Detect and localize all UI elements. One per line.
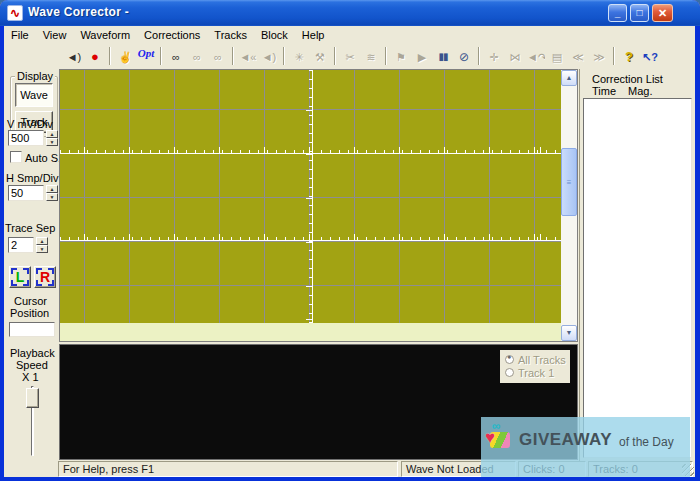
cursor-position-field[interactable] (9, 322, 55, 337)
stop-icon[interactable]: ⊘ (454, 46, 474, 66)
left-channel-label: L (11, 268, 29, 286)
spinner-up-icon[interactable]: ▲ (46, 130, 58, 138)
toolbar-separator (283, 47, 285, 65)
minimize-button[interactable]: _ (608, 4, 627, 22)
next-correction-icon[interactable]: ≫ (589, 46, 609, 66)
app-icon: ∿ (7, 5, 23, 21)
correction-list-panel: Correction List Time Mag. (579, 69, 695, 461)
h-div-input[interactable] (8, 185, 44, 201)
auto-s-checkbox[interactable] (10, 151, 22, 163)
all-tracks-radio[interactable]: ● All Tracks (505, 353, 570, 366)
waveform-scope: ▲ ≡ ▼ (59, 69, 578, 342)
v-div-spinner[interactable]: ▲ ▼ (46, 130, 58, 146)
spinner-down-icon[interactable]: ▼ (46, 138, 58, 146)
playback-speed-label-1: Playback (10, 347, 55, 359)
scrollbar-thumb[interactable]: ≡ (561, 148, 577, 216)
radio-circle-icon: ● (505, 355, 514, 364)
status-help-text: For Help, press F1 (58, 461, 398, 477)
auto-s-label: Auto S. (25, 152, 61, 164)
wave-button[interactable]: Wave (15, 83, 53, 107)
heart-icon: ♥ (485, 428, 495, 448)
merge-correction-icon[interactable]: ⋈ (505, 46, 525, 66)
display-group-label: Display (15, 70, 55, 82)
vertical-scrollbar[interactable]: ▲ ≡ ▼ (561, 70, 577, 341)
h-div-spinner[interactable]: ▲ ▼ (46, 185, 58, 201)
previous-correction-icon[interactable]: ≪ (568, 46, 588, 66)
reject-icon[interactable]: ✳ (289, 46, 309, 66)
scope-grid[interactable] (60, 70, 561, 323)
menu-item-view[interactable]: View (36, 28, 74, 42)
spinner-down-icon[interactable]: ▼ (36, 245, 48, 253)
audition-left-icon[interactable]: ◄« (238, 46, 258, 66)
toolbar-separator (385, 47, 387, 65)
insert-correction-icon[interactable]: ✛ (484, 46, 504, 66)
menu-item-block[interactable]: Block (254, 28, 295, 42)
properties-icon[interactable]: ▤ (547, 46, 567, 66)
giveaway-subtitle: of the Day (619, 435, 674, 449)
h-div-label: H Smp/Div (6, 172, 59, 184)
cut-icon[interactable]: ✂ (340, 46, 360, 66)
correction-listbox[interactable] (583, 98, 692, 458)
right-channel-label: R (36, 268, 54, 286)
cursor-position-label-2: Position (10, 307, 49, 319)
menu-item-tracks[interactable]: Tracks (207, 28, 254, 42)
title-bar[interactable]: ∿ Wave Corrector - _ □ ✕ (0, 0, 700, 26)
v-div-input[interactable] (8, 130, 44, 146)
track-1-label: Track 1 (518, 367, 554, 379)
maximize-button[interactable]: □ (630, 4, 649, 22)
giveaway-watermark: ∞ ♥ GIVEAWAY of the Day (481, 417, 690, 477)
tools-icon[interactable]: ⚒ (310, 46, 330, 66)
track-selector: ● All Tracks Track 1 (500, 350, 570, 383)
help-icon[interactable]: ? (619, 46, 639, 66)
all-tracks-label: All Tracks (518, 354, 566, 366)
track-1-radio[interactable]: Track 1 (505, 366, 570, 379)
correction-list-col-mag: Mag. (628, 85, 652, 97)
trace-sep-spinner[interactable]: ▲ ▼ (36, 237, 48, 253)
spinner-up-icon[interactable]: ▲ (36, 237, 48, 245)
find-previous-icon[interactable]: ∞ (208, 46, 228, 66)
play-icon[interactable]: ▶ (412, 46, 432, 66)
audition-speaker-icon[interactable]: ◄) (64, 46, 84, 66)
find-next-icon[interactable]: ∞ (187, 46, 207, 66)
toolbar-separator (160, 47, 162, 65)
menu-item-waveform[interactable]: Waveform (73, 28, 137, 42)
right-channel-button[interactable]: R (34, 266, 56, 288)
spinner-down-icon[interactable]: ▼ (46, 193, 58, 201)
scroll-down-icon[interactable]: ▼ (561, 325, 577, 341)
record-icon[interactable]: ● (85, 46, 105, 66)
trace-sep-input[interactable] (8, 237, 34, 253)
correction-list-title: Correction List (592, 73, 663, 85)
window-title: Wave Corrector - (28, 5, 129, 19)
audition-right-icon[interactable]: ◄) (259, 46, 279, 66)
left-channel-button[interactable]: L (9, 266, 31, 288)
menu-bar: File View Waveform Corrections Tracks Bl… (4, 26, 695, 43)
toolbar-separator (334, 47, 336, 65)
radio-dot-icon: ● (507, 353, 511, 360)
toolbar-separator (613, 47, 615, 65)
options-button[interactable]: Opt (136, 46, 156, 66)
spinner-up-icon[interactable]: ▲ (46, 185, 58, 193)
app-window: ∿ Wave Corrector - _ □ ✕ File View Wavef… (0, 0, 700, 481)
scope-time-strip (60, 323, 561, 341)
play-from-cue-icon[interactable]: ⚑ (391, 46, 411, 66)
v-div-label: V mV/Div (7, 118, 53, 130)
cursor-line (312, 70, 313, 323)
playback-speed-slider-thumb[interactable] (26, 388, 39, 408)
menu-item-help[interactable]: Help (295, 28, 332, 42)
close-button[interactable]: ✕ (652, 4, 673, 22)
context-help-icon[interactable]: ↖? (640, 46, 660, 66)
hand-tool-icon[interactable]: ✌ (115, 46, 135, 66)
toolbar: ◄) ● ✌ Opt ∞ ∞ ∞ ◄« ◄) ✳ ⚒ ✂ ≋ ⚑ ▶ ▮▮ ⊘ … (4, 43, 695, 69)
find-icon[interactable]: ∞ (166, 46, 186, 66)
menu-item-file[interactable]: File (4, 28, 36, 42)
audit-correction-icon[interactable]: ◄↷ (526, 46, 546, 66)
toolbar-separator (232, 47, 234, 65)
correction-list-col-time: Time (592, 85, 616, 97)
toolbar-separator (478, 47, 480, 65)
trace-sep-label: Trace Sep (5, 222, 55, 234)
pause-icon[interactable]: ▮▮ (433, 46, 453, 66)
smooth-icon[interactable]: ≋ (361, 46, 381, 66)
menu-item-corrections[interactable]: Corrections (137, 28, 207, 42)
radio-circle-icon (505, 368, 514, 377)
scroll-up-icon[interactable]: ▲ (561, 70, 577, 86)
